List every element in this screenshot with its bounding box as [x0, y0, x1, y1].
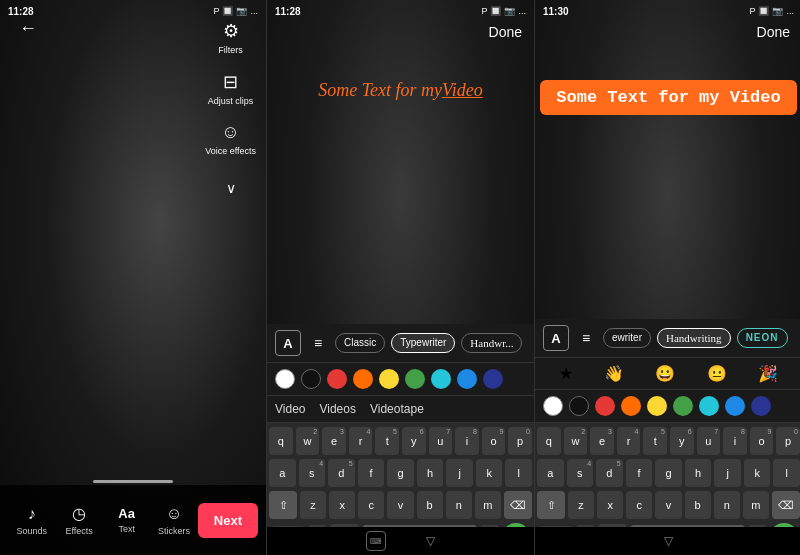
kb-t-3[interactable]: t5 — [643, 427, 667, 455]
kb-p-2[interactable]: p0 — [508, 427, 532, 455]
font-neon-3[interactable]: NEON — [737, 328, 788, 348]
sticker-neutral-3[interactable]: 😐 — [707, 364, 727, 383]
color-green-2[interactable] — [405, 369, 425, 389]
kb-k-2[interactable]: k — [476, 459, 503, 487]
kb-m-2[interactable]: m — [475, 491, 501, 519]
kb-delete-3[interactable]: ⌫ — [772, 491, 800, 519]
nav-triangle-3[interactable]: ▽ — [664, 534, 673, 548]
color-white-3[interactable] — [543, 396, 563, 416]
kb-x-2[interactable]: x — [329, 491, 355, 519]
color-orange-3[interactable] — [621, 396, 641, 416]
kb-e-2[interactable]: e3 — [322, 427, 346, 455]
kb-shift-2[interactable]: ⇧ — [269, 491, 297, 519]
nav-triangle-2[interactable]: ▽ — [426, 534, 435, 548]
kb-y-2[interactable]: y6 — [402, 427, 426, 455]
voice-effects-tool[interactable]: ☺ Voice effects — [205, 122, 256, 156]
kb-z-3[interactable]: z — [568, 491, 594, 519]
kb-j-3[interactable]: j — [714, 459, 741, 487]
kb-q-3[interactable]: q — [537, 427, 561, 455]
color-teal-2[interactable] — [431, 369, 451, 389]
color-white-2[interactable] — [275, 369, 295, 389]
kb-a-3[interactable]: a — [537, 459, 564, 487]
kb-l-3[interactable]: l — [773, 459, 800, 487]
align-icon-3[interactable]: ≡ — [575, 327, 597, 349]
color-blue-2[interactable] — [457, 369, 477, 389]
kb-e-3[interactable]: e3 — [590, 427, 614, 455]
sticker-star-3[interactable]: ★ — [559, 364, 573, 383]
kb-u-2[interactable]: u7 — [429, 427, 453, 455]
font-ewriter-3[interactable]: ewriter — [603, 328, 651, 348]
kb-r-3[interactable]: r4 — [617, 427, 641, 455]
kb-q-2[interactable]: q — [269, 427, 293, 455]
kb-h-2[interactable]: h — [417, 459, 444, 487]
kb-t-2[interactable]: t5 — [375, 427, 399, 455]
kb-d-3[interactable]: d5 — [596, 459, 623, 487]
text-button[interactable]: Aa Text — [103, 506, 150, 534]
filters-tool[interactable]: ⚙ Filters — [218, 20, 243, 55]
color-teal-3[interactable] — [699, 396, 719, 416]
autocomplete-video-2[interactable]: Video — [275, 402, 305, 416]
color-orange-2[interactable] — [353, 369, 373, 389]
autocomplete-videos-2[interactable]: Videos — [319, 402, 355, 416]
kb-s-3[interactable]: s4 — [567, 459, 594, 487]
kb-delete-2[interactable]: ⌫ — [504, 491, 532, 519]
kb-u-3[interactable]: u7 — [697, 427, 721, 455]
kb-s-2[interactable]: s4 — [299, 459, 326, 487]
font-typewriter-2[interactable]: Typewriter — [391, 333, 455, 353]
adjust-clips-tool[interactable]: ⊟ Adjust clips — [208, 71, 254, 106]
kb-c-2[interactable]: c — [358, 491, 384, 519]
kb-b-3[interactable]: b — [685, 491, 711, 519]
done-button-2[interactable]: Done — [489, 24, 522, 40]
next-button[interactable]: Next — [198, 503, 258, 538]
align-icon-2[interactable]: ≡ — [307, 332, 329, 354]
nav-keyboard-2[interactable]: ⌨ — [366, 531, 386, 551]
kb-r-2[interactable]: r4 — [349, 427, 373, 455]
done-button-3[interactable]: Done — [757, 24, 790, 40]
color-yellow-3[interactable] — [647, 396, 667, 416]
kb-j-2[interactable]: j — [446, 459, 473, 487]
kb-shift-3[interactable]: ⇧ — [537, 491, 565, 519]
kb-g-2[interactable]: g — [387, 459, 414, 487]
font-classic-2[interactable]: Classic — [335, 333, 385, 353]
kb-c-3[interactable]: c — [626, 491, 652, 519]
kb-f-2[interactable]: f — [358, 459, 385, 487]
kb-z-2[interactable]: z — [300, 491, 326, 519]
kb-x-3[interactable]: x — [597, 491, 623, 519]
more-tools-chevron[interactable]: ∨ — [226, 180, 236, 196]
color-red-3[interactable] — [595, 396, 615, 416]
kb-f-3[interactable]: f — [626, 459, 653, 487]
kb-v-2[interactable]: v — [387, 491, 413, 519]
sticker-smile-3[interactable]: 😀 — [655, 364, 675, 383]
kb-d-2[interactable]: d5 — [328, 459, 355, 487]
color-yellow-2[interactable] — [379, 369, 399, 389]
kb-o-2[interactable]: o9 — [482, 427, 506, 455]
autocomplete-videotape-2[interactable]: Videotape — [370, 402, 424, 416]
kb-k-3[interactable]: k — [744, 459, 771, 487]
font-handwriting-3[interactable]: Handwriting — [657, 328, 731, 348]
color-navy-2[interactable] — [483, 369, 503, 389]
kb-i-3[interactable]: i8 — [723, 427, 747, 455]
font-a-icon-2[interactable]: A — [275, 330, 301, 356]
kb-m-3[interactable]: m — [743, 491, 769, 519]
kb-h-3[interactable]: h — [685, 459, 712, 487]
color-blue-3[interactable] — [725, 396, 745, 416]
effects-button[interactable]: ◷ Effects — [55, 504, 102, 536]
kb-y-3[interactable]: y6 — [670, 427, 694, 455]
stickers-button[interactable]: ☺ Stickers — [150, 505, 197, 536]
kb-p-3[interactable]: p0 — [776, 427, 800, 455]
font-a-icon-3[interactable]: A — [543, 325, 569, 351]
sticker-party-3[interactable]: 🎉 — [758, 364, 778, 383]
kb-n-3[interactable]: n — [714, 491, 740, 519]
kb-n-2[interactable]: n — [446, 491, 472, 519]
color-red-2[interactable] — [327, 369, 347, 389]
color-green-3[interactable] — [673, 396, 693, 416]
sounds-button[interactable]: ♪ Sounds — [8, 505, 55, 536]
kb-v-3[interactable]: v — [655, 491, 681, 519]
color-black-3[interactable] — [569, 396, 589, 416]
color-black-2[interactable] — [301, 369, 321, 389]
kb-o-3[interactable]: o9 — [750, 427, 774, 455]
kb-w-2[interactable]: w2 — [296, 427, 320, 455]
kb-w-3[interactable]: w2 — [564, 427, 588, 455]
kb-l-2[interactable]: l — [505, 459, 532, 487]
font-handwriting-2[interactable]: Handwr... — [461, 333, 522, 353]
